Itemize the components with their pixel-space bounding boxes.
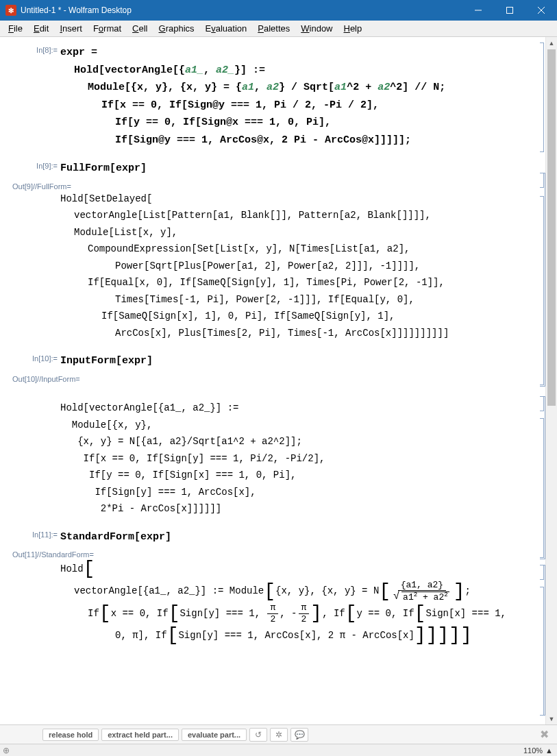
- cell-label: In[10]:=: [3, 352, 60, 370]
- notebook-area[interactable]: In[8]:= expr = Hold[vectorAngle[{a1_, a2…: [0, 37, 557, 724]
- out-line: If[x == 0, If[Sign[y] === 1, π2, -π2], I…: [60, 602, 506, 624]
- input-cell-10[interactable]: In[10]:= InputForm[expr]: [3, 352, 545, 370]
- output-cell-10[interactable]: Out[10]//InputForm=: [3, 373, 545, 383]
- out-line: If[y == 0, If[Sign[x] === 1, 0, Pi],: [60, 470, 302, 480]
- out-line: ArcCos[x], Plus[Times[2, Pi], Times[-1, …: [60, 325, 449, 342]
- cell-label: In[11]:=: [3, 528, 60, 546]
- menu-file[interactable]: File: [3, 22, 28, 35]
- cell-label: Out[11]//StandardForm=: [3, 548, 112, 559]
- output-cell-9[interactable]: Out[9]//FullForm=: [3, 180, 545, 191]
- vertical-scrollbar[interactable]: ▲ ▼: [545, 37, 557, 724]
- zoom-level[interactable]: 110%: [523, 746, 543, 755]
- add-tab-icon[interactable]: ⊕: [3, 746, 10, 755]
- out-line: If[SameQ[Sign[x], 1], 0, Pi], If[SameQ[S…: [60, 308, 449, 325]
- code-line: StandardForm[expr]: [60, 528, 171, 546]
- output-cell-11[interactable]: Out[11]//StandardForm=: [3, 548, 545, 559]
- scrollbar-thumb[interactable]: [547, 49, 556, 406]
- menu-window[interactable]: Window: [295, 22, 338, 35]
- menu-help[interactable]: Help: [338, 22, 368, 35]
- out-line: Module[{x, y},: [60, 419, 158, 430]
- out-line: Power[Sqrt[Plus[Power[a1, 2], Power[a2, …: [60, 258, 449, 275]
- out-line: vectorAngle[{a1_, a2_}] := Module[{x, y}…: [60, 580, 506, 603]
- svg-rect-1: [507, 8, 513, 14]
- out-line: If[Sign[y] === 1, ArcCos[x],: [60, 487, 262, 498]
- zoom-up-icon[interactable]: ▲: [545, 746, 553, 755]
- cell-bracket-gutter[interactable]: [537, 37, 545, 724]
- out-line: If[x == 0, If[Sign[y] === 1, Pi/2, -Pi/2…: [60, 453, 331, 464]
- evaluate-part-button[interactable]: evaluate part...: [182, 729, 247, 741]
- input-cell-8[interactable]: In[8]:= expr = Hold[vectorAngle[{a1_, a2…: [3, 44, 545, 149]
- out-line: Module[List[x, y],: [60, 224, 449, 241]
- close-suggestions-icon[interactable]: ✖: [537, 728, 552, 741]
- out-line: 2*Pi - ArcCos[x]]]]]]: [60, 503, 221, 514]
- out-line: Hold[SetDelayed[: [60, 191, 449, 208]
- window-titlebar: ✻ Untitled-1 * - Wolfram Desktop: [0, 0, 557, 21]
- menu-graphics[interactable]: Graphics: [153, 22, 200, 35]
- close-button[interactable]: [525, 0, 557, 21]
- cell-label: Out[10]//InputForm=: [3, 373, 92, 383]
- out-line: 0, π], If[Sign[y] === 1, ArcCos[x], 2 π …: [60, 625, 506, 646]
- code-line: FullForm[expr]: [60, 160, 147, 178]
- menu-evaluation[interactable]: Evaluation: [200, 22, 253, 35]
- window-title: Untitled-1 * - Wolfram Desktop: [21, 5, 462, 15]
- cell-label: In[9]:=: [3, 160, 60, 178]
- menu-palettes[interactable]: Palettes: [252, 22, 295, 35]
- gear-icon[interactable]: ✲: [270, 728, 288, 742]
- code-line: expr =: [60, 44, 445, 62]
- maximize-button[interactable]: [494, 0, 525, 21]
- out-line: Hold[vectorAngle[{a1_, a2_}] :=: [60, 402, 245, 413]
- out-line: Times[Times[-1, Pi], Power[2, -1]]], If[…: [60, 291, 449, 308]
- app-icon: ✻: [5, 5, 16, 16]
- out-line: CompoundExpression[Set[List[x, y], N[Tim…: [60, 241, 449, 258]
- menu-edit[interactable]: Edit: [28, 22, 54, 35]
- code-line: InputForm[expr]: [60, 352, 153, 370]
- comment-icon[interactable]: 💬: [290, 728, 308, 742]
- code-line: If[y == 0, If[Sign@x === 1, 0, Pi],: [60, 114, 445, 132]
- menubar: File Edit Insert Format Cell Graphics Ev…: [0, 21, 557, 37]
- out-line: Hold[: [60, 559, 506, 580]
- cell-label: Out[9]//FullForm=: [3, 180, 85, 191]
- scroll-up-icon[interactable]: ▲: [546, 37, 557, 49]
- minimize-button[interactable]: [462, 0, 494, 21]
- menu-format[interactable]: Format: [88, 22, 127, 35]
- scroll-down-icon[interactable]: ▼: [546, 713, 557, 724]
- code-line: Module[{x, y}, {x, y} = {a1, a2} / Sqrt[…: [60, 79, 445, 97]
- menu-cell[interactable]: Cell: [127, 22, 153, 35]
- suggestion-bar: release hold extract held part... evalua…: [0, 724, 557, 744]
- refresh-icon[interactable]: ↺: [249, 728, 267, 742]
- out-line: {x, y} = N[{a1, a2}/Sqrt[a1^2 + a2^2]];: [60, 436, 308, 447]
- menu-insert[interactable]: Insert: [54, 22, 88, 35]
- input-cell-9[interactable]: In[9]:= FullForm[expr]: [3, 160, 545, 178]
- input-cell-11[interactable]: In[11]:= StandardForm[expr]: [3, 528, 545, 546]
- extract-held-part-button[interactable]: extract held part...: [101, 729, 179, 741]
- out-line: vectorAngle[List[Pattern[a1, Blank[]], P…: [60, 207, 449, 224]
- code-line: If[x == 0, If[Sign@y === 1, Pi / 2, -Pi …: [60, 97, 445, 114]
- code-line: If[Sign@y === 1, ArcCos@x, 2 Pi - ArcCos…: [60, 132, 445, 149]
- release-hold-button[interactable]: release hold: [42, 729, 99, 741]
- out-line: If[Equal[x, 0], If[SameQ[Sign[y], 1], Ti…: [60, 274, 449, 291]
- status-bar: ⊕ 110% ▲: [0, 744, 557, 756]
- code-line: Hold[vectorAngle[{a1_, a2_}] :=: [60, 62, 445, 80]
- cell-label: In[8]:=: [3, 44, 60, 149]
